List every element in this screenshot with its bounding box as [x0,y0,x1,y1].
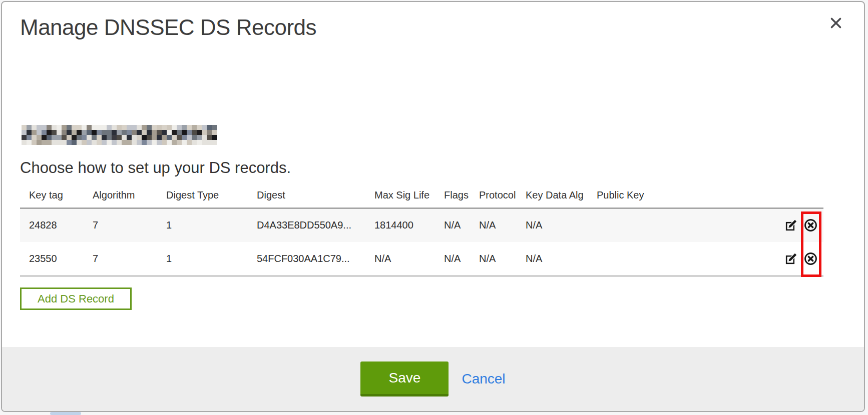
delete-record-button[interactable] [804,252,817,266]
manage-dnssec-ds-records-dialog: Manage DNSSEC DS Records Choose how to s… [1,1,865,412]
table-header-row: Key tag Algorithm Digest Type Digest Max… [20,183,823,208]
column-header-actions [780,183,823,208]
ds-records-table: Key tag Algorithm Digest Type Digest Max… [20,183,823,276]
edit-record-button[interactable] [785,219,797,232]
close-button[interactable] [827,14,845,32]
cell-max-sig-life: N/A [365,242,435,276]
column-header-protocol: Protocol [470,183,517,208]
add-ds-record-button[interactable]: Add DS Record [20,288,132,310]
table-row: 24828 7 1 D4A33E8DD550A9... 1814400 N/A … [20,208,823,242]
cell-algorithm: 7 [84,208,157,242]
cell-digest-type: 1 [157,208,248,242]
edit-icon [785,219,797,232]
table-row: 23550 7 1 54FCF030AA1C79... N/A N/A N/A … [20,242,823,276]
edit-record-button[interactable] [785,252,797,265]
cell-key-tag: 24828 [20,208,84,242]
pixelation-mosaic [22,125,217,145]
column-header-max-sig-life: Max Sig Life [365,183,435,208]
background-page-fragment [50,412,81,415]
cell-actions [780,208,823,242]
cell-public-key [588,208,780,242]
redacted-domain-name [22,125,217,145]
column-header-digest: Digest [248,183,365,208]
cell-flags: N/A [435,208,470,242]
column-header-key-data-alg: Key Data Alg [517,183,588,208]
cell-key-data-alg: N/A [517,208,588,242]
cell-public-key [588,242,780,276]
cancel-link[interactable]: Cancel [462,371,505,387]
circle-x-icon [804,218,817,232]
setup-instruction-text: Choose how to set up your DS records. [20,159,291,177]
edit-icon [785,252,797,265]
circle-x-icon [804,252,817,266]
delete-record-button[interactable] [804,218,817,232]
cell-protocol: N/A [470,208,517,242]
cell-key-tag: 23550 [20,242,84,276]
cell-algorithm: 7 [84,242,157,276]
dialog-footer: Save Cancel [2,347,864,411]
cell-actions [780,242,823,276]
table-body: 24828 7 1 D4A33E8DD550A9... 1814400 N/A … [20,208,823,276]
column-header-public-key: Public Key [588,183,780,208]
cell-digest: 54FCF030AA1C79... [248,242,365,276]
cell-key-data-alg: N/A [517,242,588,276]
cell-protocol: N/A [470,242,517,276]
column-header-digest-type: Digest Type [157,183,248,208]
column-header-algorithm: Algorithm [84,183,157,208]
cell-digest-type: 1 [157,242,248,276]
dialog-title: Manage DNSSEC DS Records [20,15,316,40]
column-header-key-tag: Key tag [20,183,84,208]
cell-max-sig-life: 1814400 [365,208,435,242]
cell-digest: D4A33E8DD550A9... [248,208,365,242]
save-button[interactable]: Save [360,362,449,396]
cell-flags: N/A [435,242,470,276]
column-header-flags: Flags [435,183,470,208]
close-icon [829,16,843,30]
